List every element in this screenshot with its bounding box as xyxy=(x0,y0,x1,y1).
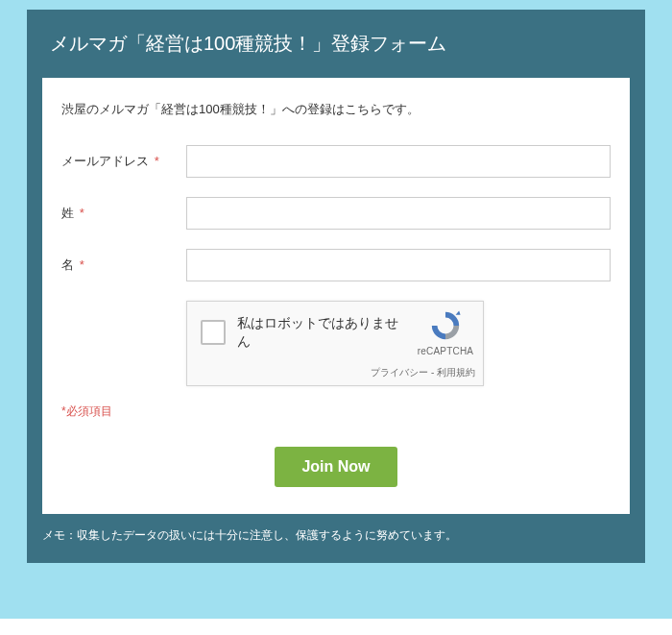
recaptcha-links[interactable]: プライバシー - 利用規約 xyxy=(187,362,483,385)
lastname-label-text: 姓 xyxy=(61,206,74,220)
firstname-label: 名 * xyxy=(61,256,186,274)
signup-card: メルマガ「経営は100種競技！」登録フォーム 渋屋のメルマガ「経営は100種競技… xyxy=(27,10,645,563)
privacy-note: こちらのプライバシーポリシーにしたがい、ご登録いただいたメールアドレスの取扱いに… xyxy=(0,619,672,635)
required-mark: * xyxy=(80,257,84,272)
recaptcha-label: 私はロボットではありません xyxy=(237,314,398,349)
field-row-email: メールアドレス * xyxy=(61,145,611,178)
field-row-lastname: 姓 * xyxy=(61,197,611,230)
required-note: *必須項目 xyxy=(61,403,611,420)
intro-text: 渋屋のメルマガ「経営は100種競技！」への登録はこちらです。 xyxy=(61,101,611,118)
lastname-label: 姓 * xyxy=(61,205,186,222)
required-mark: * xyxy=(80,206,84,220)
card-body: 渋屋のメルマガ「経営は100種競技！」への登録はこちらです。 メールアドレス *… xyxy=(42,78,630,514)
card-footer-note: メモ：収集したデータの扱いには十分に注意し、保護するように努めています。 xyxy=(27,514,645,544)
lastname-field[interactable] xyxy=(186,197,611,230)
email-label-text: メールアドレス xyxy=(61,154,149,168)
email-label: メールアドレス * xyxy=(61,153,186,170)
firstname-label-text: 名 xyxy=(61,257,74,272)
recaptcha-brand: reCAPTCHA xyxy=(418,346,473,356)
captcha-row: 私はロボットではありません reCAPTCHA プライバ xyxy=(61,301,611,386)
recaptcha-widget[interactable]: 私はロボットではありません reCAPTCHA プライバ xyxy=(186,301,484,386)
field-row-firstname: 名 * xyxy=(61,249,611,281)
required-mark: * xyxy=(155,154,159,168)
firstname-field[interactable] xyxy=(186,249,611,281)
recaptcha-icon xyxy=(429,309,462,342)
card-title: メルマガ「経営は100種競技！」登録フォーム xyxy=(27,10,645,78)
email-field[interactable] xyxy=(186,145,611,178)
recaptcha-brand-block: reCAPTCHA xyxy=(408,302,483,362)
submit-button[interactable]: Join Now xyxy=(275,447,396,487)
recaptcha-checkbox[interactable] xyxy=(201,320,226,345)
svg-marker-0 xyxy=(456,310,461,314)
